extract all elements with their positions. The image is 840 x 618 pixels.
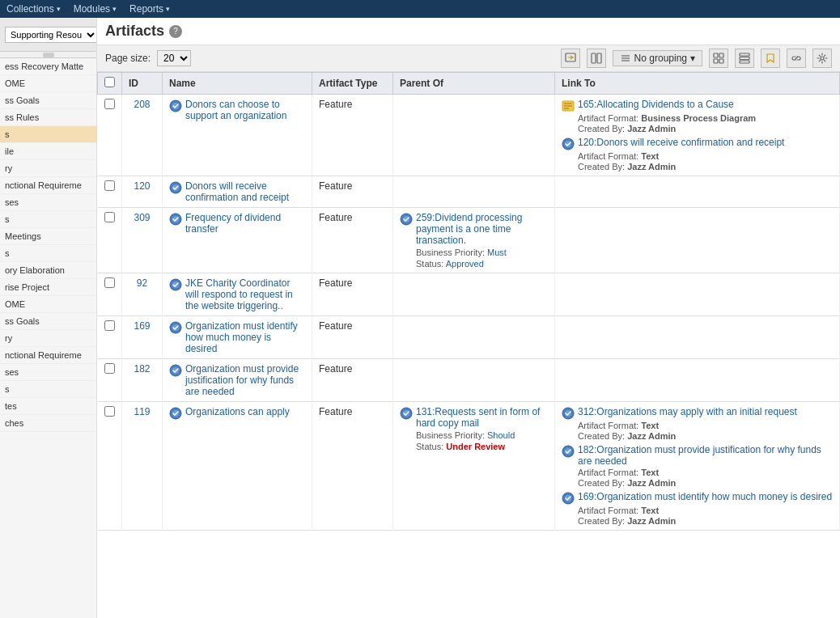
link-item-120[interactable]: 120:Donors will receive confirmation and…: [562, 137, 833, 150]
table-row: 169 Organization must identify how much …: [98, 316, 840, 359]
link-item-312[interactable]: 312:Organizations may apply with an init…: [562, 406, 833, 420]
row-checkbox[interactable]: [98, 316, 122, 359]
link-icon-btn[interactable]: [787, 49, 806, 68]
sidebar-scroll-area[interactable]: ess Recovery Matte OME ss Goals ss Rules…: [0, 58, 96, 618]
nav-item-reports[interactable]: Reports ▾: [129, 3, 170, 15]
svg-rect-6: [714, 53, 718, 57]
sidebar-item-6[interactable]: ry: [0, 160, 96, 177]
sidebar-dropdown[interactable]: Supporting Resou: [5, 27, 97, 43]
header-id[interactable]: ID: [122, 73, 163, 95]
link-meta-165-created: Created By: Jazz Admin: [562, 124, 833, 133]
row-parent-of: [393, 95, 555, 176]
page-title: Artifacts: [105, 23, 164, 40]
feature-icon: [169, 213, 182, 226]
nav-item-collections[interactable]: Collections ▾: [6, 3, 61, 15]
row-name: Organization must identify how much mone…: [163, 316, 312, 359]
table-row: 182 Organization must provide justificat…: [98, 359, 840, 402]
link-item-165[interactable]: 165:Allocating Dividends to a Cause: [562, 99, 833, 112]
select-all-checkbox[interactable]: [104, 77, 115, 87]
settings-icon-btn[interactable]: [812, 49, 832, 68]
artifact-name-link[interactable]: Organization must identify how much mone…: [169, 320, 305, 354]
bookmark-icon: [765, 53, 776, 64]
feature-icon: [169, 278, 182, 291]
artifact-name-link[interactable]: JKE Charity Coordinator will respond to …: [169, 277, 305, 311]
header-parent-of[interactable]: Parent Of: [393, 73, 555, 95]
export-icon-btn[interactable]: [561, 49, 580, 68]
columns-icon: [591, 53, 602, 64]
row-link-to: [555, 176, 840, 208]
sidebar-item-5[interactable]: ile: [0, 143, 96, 160]
parent-link-131[interactable]: 131:Requests sent in form of hard copy m…: [400, 406, 548, 429]
row-checkbox[interactable]: [98, 95, 122, 176]
sidebar-item-13[interactable]: rise Project: [0, 279, 96, 296]
row-id[interactable]: 182: [122, 359, 163, 402]
sidebar-item-12[interactable]: ory Elaboration: [0, 262, 96, 279]
sidebar-item-15[interactable]: ss Goals: [0, 313, 96, 330]
help-icon[interactable]: ?: [169, 25, 182, 38]
row-checkbox[interactable]: [98, 359, 122, 402]
artifact-name-link[interactable]: Organization must provide justification …: [169, 363, 305, 397]
link-item-182[interactable]: 182:Organization must provide justificat…: [562, 444, 833, 467]
artifact-name-link[interactable]: Frequency of dividend transfer: [169, 212, 305, 235]
sidebar-item-19[interactable]: s: [0, 381, 96, 398]
sidebar-item-2[interactable]: ss Goals: [0, 92, 96, 109]
row-type: Feature: [312, 316, 393, 359]
row-name: Donors will receive confirmation and rec…: [163, 176, 312, 208]
row-id[interactable]: 169: [122, 316, 163, 359]
sidebar-item-21[interactable]: ches: [0, 415, 96, 432]
link-item-169[interactable]: 169:Organization must identify how much …: [562, 491, 833, 505]
grid-icon: [713, 53, 724, 64]
columns-icon-btn[interactable]: [587, 49, 606, 68]
bookmark-icon-btn[interactable]: [761, 49, 780, 68]
sidebar-item-18[interactable]: ses: [0, 364, 96, 381]
header-artifact-type[interactable]: Artifact Type: [312, 73, 393, 95]
header-link-to[interactable]: Link To: [555, 73, 840, 95]
sidebar-item-16[interactable]: ry: [0, 330, 96, 347]
svg-rect-7: [719, 53, 723, 57]
sidebar-item-10[interactable]: Meetings: [0, 228, 96, 245]
table-row: 309 Frequency of dividend transfer: [98, 208, 840, 273]
artifact-name-link[interactable]: Organizations can apply: [169, 406, 305, 420]
sidebar-item-1[interactable]: OME: [0, 75, 96, 92]
sidebar-item-7[interactable]: nctional Requireme: [0, 177, 96, 194]
table-row: 92 JKE Charity Coordinator will respond …: [98, 273, 840, 316]
artifacts-table-wrapper[interactable]: ID Name Artifact Type Parent Of Link To …: [97, 72, 840, 618]
page-size-label: Page size:: [105, 53, 151, 64]
row-id[interactable]: 119: [122, 402, 163, 531]
sidebar-item-11[interactable]: s: [0, 245, 96, 262]
svg-rect-1: [592, 53, 596, 63]
sidebar-item-0[interactable]: ess Recovery Matte: [0, 58, 96, 75]
link-artifact-icon: [562, 407, 575, 420]
artifacts-table: ID Name Artifact Type Parent Of Link To …: [97, 72, 840, 531]
row-link-to: [555, 359, 840, 402]
nav-item-modules[interactable]: Modules ▾: [74, 3, 117, 15]
header-name[interactable]: Name: [163, 73, 312, 95]
sidebar-resize-handle[interactable]: [43, 53, 54, 57]
row-id[interactable]: 120: [122, 176, 163, 208]
parent-link-259[interactable]: 259:Dividend processing payment is a one…: [400, 212, 548, 246]
row-parent-of: [393, 359, 555, 402]
sidebar-item-8[interactable]: ses: [0, 194, 96, 211]
row-checkbox[interactable]: [98, 208, 122, 273]
grouping-button[interactable]: No grouping ▾: [613, 50, 702, 66]
grouping-icon: [620, 53, 631, 64]
sidebar-item-9[interactable]: s: [0, 211, 96, 228]
sidebar-item-4[interactable]: s: [0, 126, 96, 143]
chevron-down-icon: ▾: [57, 5, 61, 13]
sidebar-item-14[interactable]: OME: [0, 296, 96, 313]
row-id[interactable]: 92: [122, 273, 163, 316]
header-checkbox[interactable]: [98, 73, 122, 95]
row-id[interactable]: 208: [122, 95, 163, 176]
row-checkbox[interactable]: [98, 273, 122, 316]
row-id[interactable]: 309: [122, 208, 163, 273]
row-checkbox[interactable]: [98, 402, 122, 531]
sidebar-item-17[interactable]: nctional Requireme: [0, 347, 96, 364]
page-size-select[interactable]: 20: [157, 50, 191, 66]
sidebar-item-20[interactable]: tes: [0, 398, 96, 415]
artifact-name-link[interactable]: Donors will receive confirmation and rec…: [169, 180, 305, 203]
grid-view-icon-btn[interactable]: [709, 49, 728, 68]
artifact-name-link[interactable]: Donors can choose to support an organiza…: [169, 99, 305, 121]
row-checkbox[interactable]: [98, 176, 122, 208]
list-view-icon-btn[interactable]: [735, 49, 754, 68]
sidebar-item-3[interactable]: ss Rules: [0, 109, 96, 126]
